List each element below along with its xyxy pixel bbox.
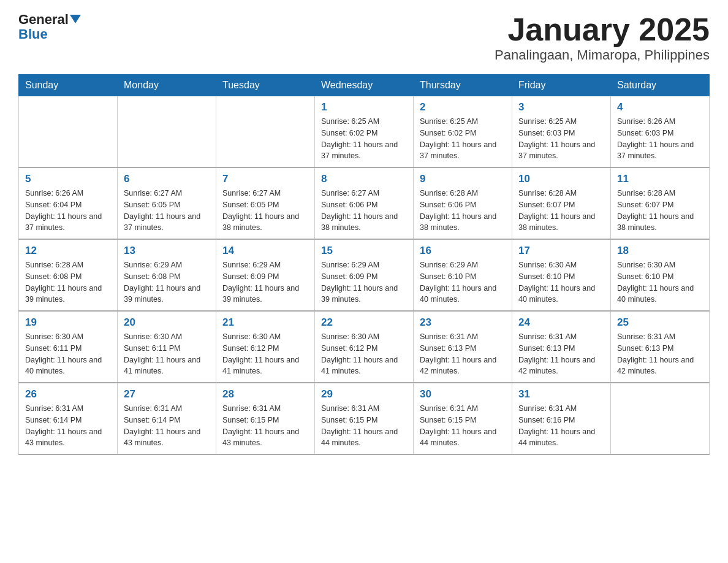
day-info: Sunrise: 6:29 AMSunset: 6:09 PMDaylight:… [321, 259, 407, 305]
day-info: Sunrise: 6:31 AMSunset: 6:15 PMDaylight:… [321, 403, 407, 449]
logo-blue: Blue [18, 26, 48, 42]
day-info: Sunrise: 6:30 AMSunset: 6:11 PMDaylight:… [124, 331, 210, 377]
day-info: Sunrise: 6:28 AMSunset: 6:07 PMDaylight:… [617, 188, 703, 234]
day-cell: 18Sunrise: 6:30 AMSunset: 6:10 PMDayligh… [611, 239, 710, 311]
col-thursday: Thursday [414, 75, 512, 96]
day-info: Sunrise: 6:27 AMSunset: 6:05 PMDaylight:… [222, 188, 308, 234]
day-info: Sunrise: 6:27 AMSunset: 6:06 PMDaylight:… [321, 188, 407, 234]
day-info: Sunrise: 6:30 AMSunset: 6:12 PMDaylight:… [321, 331, 407, 377]
logo-line2: Blue [18, 27, 48, 42]
day-cell: 4Sunrise: 6:26 AMSunset: 6:03 PMDaylight… [611, 96, 710, 168]
col-wednesday: Wednesday [315, 75, 414, 96]
day-info: Sunrise: 6:31 AMSunset: 6:13 PMDaylight:… [617, 331, 703, 377]
day-number: 21 [222, 316, 308, 329]
logo-triangle-icon [70, 15, 81, 23]
day-number: 4 [617, 101, 703, 113]
day-info: Sunrise: 6:31 AMSunset: 6:15 PMDaylight:… [420, 403, 506, 449]
col-friday: Friday [512, 75, 611, 96]
day-number: 2 [420, 101, 506, 113]
calendar-subtitle: Panalingaan, Mimaropa, Philippines [495, 47, 710, 63]
day-info: Sunrise: 6:31 AMSunset: 6:15 PMDaylight:… [222, 403, 308, 449]
day-cell: 16Sunrise: 6:29 AMSunset: 6:10 PMDayligh… [414, 239, 512, 311]
calendar-title: January 2025 [495, 12, 710, 47]
day-cell: 5Sunrise: 6:26 AMSunset: 6:04 PMDaylight… [19, 167, 118, 239]
day-number: 13 [124, 245, 210, 257]
day-number: 11 [617, 173, 703, 185]
day-number: 23 [420, 316, 506, 329]
page-header: General Blue January 2025 Panalingaan, M… [18, 12, 710, 63]
day-cell: 14Sunrise: 6:29 AMSunset: 6:09 PMDayligh… [216, 239, 315, 311]
day-cell: 25Sunrise: 6:31 AMSunset: 6:13 PMDayligh… [611, 311, 710, 383]
day-number: 27 [124, 388, 210, 400]
day-info: Sunrise: 6:30 AMSunset: 6:11 PMDaylight:… [25, 331, 111, 377]
logo-general: General [18, 12, 81, 27]
day-cell: 28Sunrise: 6:31 AMSunset: 6:15 PMDayligh… [216, 383, 315, 454]
day-number: 6 [124, 173, 210, 185]
col-saturday: Saturday [611, 75, 710, 96]
day-info: Sunrise: 6:25 AMSunset: 6:02 PMDaylight:… [420, 116, 506, 162]
week-row-1: 1Sunrise: 6:25 AMSunset: 6:02 PMDaylight… [19, 96, 710, 168]
day-info: Sunrise: 6:31 AMSunset: 6:14 PMDaylight:… [124, 403, 210, 449]
day-cell: 20Sunrise: 6:30 AMSunset: 6:11 PMDayligh… [118, 311, 216, 383]
day-cell: 8Sunrise: 6:27 AMSunset: 6:06 PMDaylight… [315, 167, 414, 239]
day-info: Sunrise: 6:31 AMSunset: 6:16 PMDaylight:… [518, 403, 604, 449]
day-cell: 12Sunrise: 6:28 AMSunset: 6:08 PMDayligh… [19, 239, 118, 311]
day-info: Sunrise: 6:28 AMSunset: 6:06 PMDaylight:… [420, 188, 506, 234]
day-info: Sunrise: 6:29 AMSunset: 6:10 PMDaylight:… [420, 259, 506, 305]
day-cell: 31Sunrise: 6:31 AMSunset: 6:16 PMDayligh… [512, 383, 611, 454]
day-cell: 23Sunrise: 6:31 AMSunset: 6:13 PMDayligh… [414, 311, 512, 383]
day-cell [216, 96, 315, 168]
day-cell: 27Sunrise: 6:31 AMSunset: 6:14 PMDayligh… [118, 383, 216, 454]
week-row-5: 26Sunrise: 6:31 AMSunset: 6:14 PMDayligh… [19, 383, 710, 454]
week-row-2: 5Sunrise: 6:26 AMSunset: 6:04 PMDaylight… [19, 167, 710, 239]
day-info: Sunrise: 6:29 AMSunset: 6:09 PMDaylight:… [222, 259, 308, 305]
day-info: Sunrise: 6:31 AMSunset: 6:13 PMDaylight:… [518, 331, 604, 377]
day-number: 20 [124, 316, 210, 329]
day-cell: 26Sunrise: 6:31 AMSunset: 6:14 PMDayligh… [19, 383, 118, 454]
day-number: 26 [25, 388, 111, 400]
logo: General Blue [18, 12, 81, 42]
col-monday: Monday [118, 75, 216, 96]
day-number: 15 [321, 245, 407, 257]
day-cell: 9Sunrise: 6:28 AMSunset: 6:06 PMDaylight… [414, 167, 512, 239]
day-number: 24 [518, 316, 604, 329]
day-info: Sunrise: 6:26 AMSunset: 6:03 PMDaylight:… [617, 116, 703, 162]
day-number: 29 [321, 388, 407, 400]
day-cell: 15Sunrise: 6:29 AMSunset: 6:09 PMDayligh… [315, 239, 414, 311]
day-cell: 3Sunrise: 6:25 AMSunset: 6:03 PMDaylight… [512, 96, 611, 168]
day-number: 18 [617, 245, 703, 257]
day-cell: 21Sunrise: 6:30 AMSunset: 6:12 PMDayligh… [216, 311, 315, 383]
day-cell: 19Sunrise: 6:30 AMSunset: 6:11 PMDayligh… [19, 311, 118, 383]
day-number: 1 [321, 101, 407, 113]
day-cell [611, 383, 710, 454]
day-cell: 29Sunrise: 6:31 AMSunset: 6:15 PMDayligh… [315, 383, 414, 454]
day-cell: 24Sunrise: 6:31 AMSunset: 6:13 PMDayligh… [512, 311, 611, 383]
day-cell: 13Sunrise: 6:29 AMSunset: 6:08 PMDayligh… [118, 239, 216, 311]
day-number: 3 [518, 101, 604, 113]
day-info: Sunrise: 6:31 AMSunset: 6:13 PMDaylight:… [420, 331, 506, 377]
day-cell: 6Sunrise: 6:27 AMSunset: 6:05 PMDaylight… [118, 167, 216, 239]
day-number: 17 [518, 245, 604, 257]
calendar-table: Sunday Monday Tuesday Wednesday Thursday… [18, 74, 710, 455]
day-info: Sunrise: 6:29 AMSunset: 6:08 PMDaylight:… [124, 259, 210, 305]
calendar-header: Sunday Monday Tuesday Wednesday Thursday… [19, 75, 710, 96]
day-number: 8 [321, 173, 407, 185]
day-cell: 30Sunrise: 6:31 AMSunset: 6:15 PMDayligh… [414, 383, 512, 454]
day-cell: 22Sunrise: 6:30 AMSunset: 6:12 PMDayligh… [315, 311, 414, 383]
day-cell: 11Sunrise: 6:28 AMSunset: 6:07 PMDayligh… [611, 167, 710, 239]
day-number: 10 [518, 173, 604, 185]
day-number: 5 [25, 173, 111, 185]
day-cell [19, 96, 118, 168]
day-cell: 17Sunrise: 6:30 AMSunset: 6:10 PMDayligh… [512, 239, 611, 311]
day-number: 9 [420, 173, 506, 185]
day-info: Sunrise: 6:25 AMSunset: 6:02 PMDaylight:… [321, 116, 407, 162]
days-of-week-row: Sunday Monday Tuesday Wednesday Thursday… [19, 75, 710, 96]
week-row-4: 19Sunrise: 6:30 AMSunset: 6:11 PMDayligh… [19, 311, 710, 383]
calendar-body: 1Sunrise: 6:25 AMSunset: 6:02 PMDaylight… [19, 96, 710, 455]
day-number: 28 [222, 388, 308, 400]
day-number: 22 [321, 316, 407, 329]
day-number: 19 [25, 316, 111, 329]
day-info: Sunrise: 6:28 AMSunset: 6:08 PMDaylight:… [25, 259, 111, 305]
day-number: 16 [420, 245, 506, 257]
day-info: Sunrise: 6:26 AMSunset: 6:04 PMDaylight:… [25, 188, 111, 234]
